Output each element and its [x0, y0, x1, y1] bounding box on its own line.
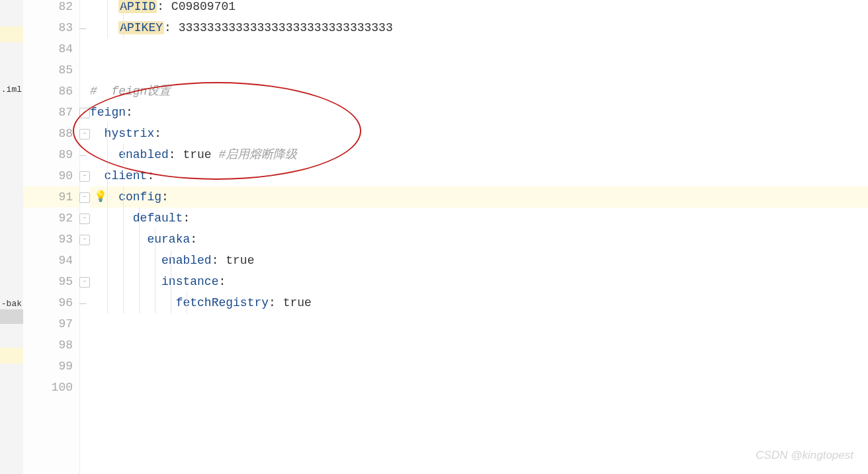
- line-number: 96: [58, 292, 73, 313]
- project-sidebar[interactable]: .iml -bak: [0, 0, 24, 474]
- fold-end-icon[interactable]: [79, 298, 86, 304]
- line-number: 95: [58, 271, 73, 292]
- code-line[interactable]: APIID: C09809701: [90, 0, 868, 17]
- code-text: APIID: C09809701: [90, 0, 236, 13]
- fold-toggle-icon[interactable]: −: [79, 171, 90, 182]
- file-tab[interactable]: .iml: [0, 83, 23, 96]
- code-text: default:: [90, 212, 190, 225]
- line-number: 90: [58, 165, 73, 186]
- fold-toggle-icon[interactable]: −: [79, 214, 90, 224]
- code-line[interactable]: [90, 313, 868, 335]
- code-line[interactable]: [90, 377, 868, 398]
- code-text: APIKEY: 333333333333333333333333333333: [90, 21, 393, 34]
- code-line[interactable]: hystrix:: [90, 123, 868, 144]
- code-text: # feign设置: [90, 85, 171, 98]
- code-line[interactable]: enabled: true #启用熔断降级: [90, 144, 868, 165]
- line-number: 82: [58, 0, 73, 17]
- fold-toggle-icon[interactable]: −: [79, 277, 90, 288]
- code-text: enabled: true #启用熔断降级: [90, 148, 297, 161]
- sidebar-highlight: [0, 348, 23, 364]
- fold-toggle-icon[interactable]: −: [79, 108, 90, 118]
- line-number: 98: [58, 335, 73, 356]
- line-number: 93: [58, 229, 73, 250]
- line-number: 83: [58, 17, 73, 38]
- code-line[interactable]: APIKEY: 333333333333333333333333333333: [90, 17, 868, 38]
- line-number: 92: [58, 208, 73, 229]
- fold-end-icon[interactable]: [79, 150, 86, 156]
- line-number: 99: [58, 356, 73, 377]
- code-line[interactable]: [90, 59, 868, 81]
- sidebar-selection: [0, 309, 23, 324]
- line-number: 94: [58, 250, 73, 271]
- line-number: 100: [52, 377, 73, 398]
- code-line[interactable]: client:: [90, 165, 868, 186]
- code-text: hystrix:: [90, 127, 161, 140]
- code-line[interactable]: enabled: true: [90, 250, 868, 271]
- code-text: feign:: [90, 106, 133, 119]
- code-line[interactable]: [90, 335, 868, 356]
- code-line[interactable]: feign:: [90, 102, 868, 123]
- code-line[interactable]: euraka:: [90, 229, 868, 250]
- file-tab[interactable]: -bak: [0, 297, 23, 310]
- code-text: euraka:: [90, 233, 197, 246]
- fold-toggle-icon[interactable]: −: [79, 235, 90, 245]
- fold-column[interactable]: −−−−−−−: [79, 0, 90, 474]
- code-text: enabled: true: [90, 254, 254, 267]
- line-number: 88: [58, 123, 73, 144]
- line-number: 91: [58, 186, 73, 208]
- line-number: 86: [58, 81, 73, 102]
- fold-toggle-icon[interactable]: −: [79, 192, 90, 203]
- code-line[interactable]: [90, 38, 868, 59]
- code-editor[interactable]: APIID: C09809701 APIKEY: 333333333333333…: [90, 0, 868, 474]
- code-line[interactable]: fetchRegistry: true: [90, 292, 868, 313]
- code-text: client:: [90, 169, 154, 182]
- line-number: 85: [58, 59, 73, 81]
- line-number: 97: [58, 313, 73, 335]
- code-text: instance:: [90, 275, 226, 288]
- sidebar-highlight: [0, 26, 23, 42]
- code-line[interactable]: default:: [90, 208, 868, 229]
- fold-end-icon[interactable]: [79, 23, 86, 29]
- code-line[interactable]: instance:: [90, 271, 868, 292]
- code-line[interactable]: # feign设置: [90, 81, 868, 102]
- line-number-gutter: 828384858687888990919293949596979899100: [23, 0, 80, 474]
- line-number: 89: [58, 144, 73, 165]
- line-number: 84: [58, 38, 73, 59]
- line-number: 87: [58, 102, 73, 123]
- fold-toggle-icon[interactable]: −: [79, 129, 90, 139]
- code-line[interactable]: [90, 356, 868, 377]
- code-line[interactable]: config:: [90, 186, 868, 208]
- intention-bulb-icon[interactable]: 💡: [94, 190, 107, 204]
